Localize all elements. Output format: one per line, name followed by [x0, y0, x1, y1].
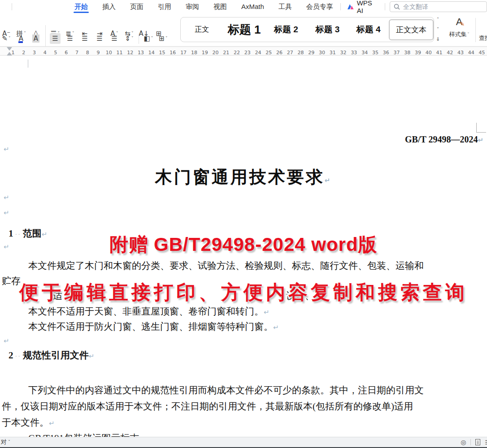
body-ref-line2: 件，仅该日期对应的版本适用于本文件；不注日期的引用文件，其最新版本(包括所有的修… — [2, 400, 413, 413]
tab-reference[interactable]: 引用 — [151, 0, 178, 13]
style-body-text-selected[interactable]: 正文文本 — [389, 19, 434, 40]
font-color-icon[interactable] — [16, 33, 26, 44]
gallery-scroll: ˆ ˇ ⇓ — [436, 17, 440, 42]
distribute-icon[interactable] — [109, 33, 120, 44]
tab-view[interactable]: 视图 — [206, 0, 234, 13]
eye-protect-icon[interactable]: ◎ — [461, 439, 466, 446]
align-right-icon[interactable] — [79, 33, 90, 44]
char-shading-icon[interactable] — [30, 33, 41, 44]
promo-watermark-line1: 附赠 GB/T29498-2024 word版 — [0, 232, 487, 257]
gallery-down-icon[interactable]: ˇ — [437, 27, 439, 33]
promo-watermark-line2: 便于编辑直接打印、方便内容复制和搜索查询 — [19, 280, 468, 306]
proofread-label: 对 — [1, 438, 7, 446]
body-scope-line2: 贮存 — [2, 275, 21, 287]
tab-home[interactable]: 开始 — [67, 0, 95, 13]
menu-tabs: 开始 插入 页面 引用 审阅 视图 AxMath 工具 会员专享 — [67, 0, 340, 13]
first-line-indent-marker[interactable] — [7, 47, 12, 51]
paragraph-mark-icon: ↵ — [325, 177, 332, 185]
text-cursor — [28, 60, 28, 68]
document-canvas[interactable]: GB/T 29498—2024↵ ↵ 木门窗通用技术要求↵ ↵ ↵ 1··范围↵… — [0, 56, 487, 437]
search-input[interactable] — [403, 3, 479, 10]
ribbon-divider — [139, 33, 139, 44]
tab-axmath[interactable]: AxMath — [234, 0, 271, 13]
paragraph-mark-icon: ↵ — [4, 145, 9, 153]
ribbon-divider — [475, 18, 476, 42]
tab-review[interactable]: 审阅 — [178, 0, 206, 13]
style-heading1[interactable]: 标题 1 — [223, 22, 265, 38]
style-normal[interactable]: 正文 — [181, 25, 223, 34]
style-heading2[interactable]: 标题 2 — [265, 24, 307, 35]
paragraph-mark-icon: ↵ — [4, 209, 9, 217]
statusbar-divider — [470, 439, 471, 445]
hanging-indent-marker[interactable] — [7, 52, 12, 56]
search-box[interactable] — [390, 1, 487, 12]
style-set-button[interactable]: A✎ 样式集 — [447, 16, 472, 39]
line-spacing-icon[interactable] — [124, 33, 135, 44]
paragraph-mark-icon: ↵ — [273, 323, 279, 332]
ribbon-toolbar: 正文 标题 1 标题 2 标题 3 标题 4 正文文本 ˆ ˇ ⇓ A✎ 样式集… — [0, 13, 487, 47]
body-ref-line3: 于本文件。↵ — [2, 416, 55, 429]
horizontal-ruler: 1234567891011121314151617181920212223242… — [0, 47, 487, 56]
tab-insert[interactable]: 插入 — [95, 0, 123, 13]
align-left-icon[interactable] — [50, 33, 61, 44]
paragraph-mark-icon: ↵ — [49, 419, 55, 427]
chevron-down-icon: ˇ — [8, 440, 10, 445]
style-set-label: 样式集 — [447, 30, 472, 39]
margin-corner-mark — [476, 123, 486, 133]
tab-member[interactable]: 会员专享 — [299, 0, 340, 13]
paragraph-mark-icon: ↵ — [4, 194, 9, 202]
space-marks: ·· — [15, 353, 21, 360]
fill-color-icon[interactable] — [143, 33, 154, 44]
proofread-menu[interactable]: 对 ˇ — [1, 438, 10, 446]
menubar-divider — [385, 3, 385, 10]
menubar-divider — [12, 3, 12, 10]
outline-view-icon[interactable]: ☰ — [485, 439, 487, 446]
gb-item-1: GB/T191包装储运图示标志↵ — [28, 432, 145, 437]
menu-bar: 开始 插入 页面 引用 审阅 视图 AxMath 工具 会员专享 WPS AI — [0, 0, 487, 13]
paragraph-mark-icon: ↵ — [89, 352, 95, 360]
wps-ai-icon — [347, 4, 354, 10]
style-heading3[interactable]: 标题 3 — [307, 24, 348, 35]
doc-title: 木门窗通用技术要求↵ — [0, 166, 487, 189]
paragraph-mark-icon: ↵ — [4, 337, 9, 345]
style-set-pen-icon: ✎ — [460, 21, 465, 27]
search-icon — [394, 4, 400, 10]
gallery-up-icon[interactable]: ˆ — [437, 17, 439, 23]
wps-ai-label: WPS AI — [357, 0, 378, 14]
paragraph-mark-icon: ↵ — [478, 136, 483, 144]
tab-tools[interactable]: 工具 — [271, 0, 299, 13]
tab-wps-ai[interactable]: WPS AI — [341, 0, 385, 14]
body-scope-line1: 本文件规定了木门和木窗的分类、要求、试验方法、检验规则、标志、随行文件、包装、运… — [28, 259, 424, 272]
style-gallery: 正文 标题 1 标题 2 标题 3 标题 4 正文文本 — [180, 17, 434, 42]
tab-page[interactable]: 页面 — [123, 0, 151, 13]
borders-icon[interactable] — [158, 33, 169, 44]
body-not-apply-1: 本文件不适用于天窗、非垂直屋顶窗、卷帘门窗和转门。↵ — [28, 305, 270, 318]
align-center-icon[interactable] — [65, 33, 75, 44]
status-bar: 对 ˇ ◎ ☰ — [0, 437, 487, 447]
gallery-more-icon[interactable]: ⇓ — [436, 36, 440, 42]
statusbar-right-icons: ◎ ☰ — [461, 439, 487, 446]
highlight-pen-icon[interactable] — [1, 33, 12, 44]
justify-icon[interactable] — [94, 33, 105, 44]
style-heading4[interactable]: 标题 4 — [348, 24, 389, 35]
heading-2-normative-references: 2··规范性引用文件↵ — [9, 349, 94, 362]
paragraph-mark-icon: ↵ — [264, 308, 270, 316]
body-ref-line1: 下列文件中的内容通过文中的规范性引用而构成本文件必不可少的条款。其中，注日期的引… — [28, 384, 424, 396]
page-view-icon[interactable] — [475, 439, 480, 445]
find-button[interactable]: 查找 — [479, 34, 487, 42]
doc-header-standard-number: GB/T 29498—2024↵ — [405, 134, 483, 145]
ruler-numbers: 1234567891011121314151617181920212223242… — [8, 48, 487, 56]
body-not-apply-2: 本文件不适用于防火门窗、逃生门窗、排烟窗等特种门窗。↵ — [28, 320, 279, 333]
